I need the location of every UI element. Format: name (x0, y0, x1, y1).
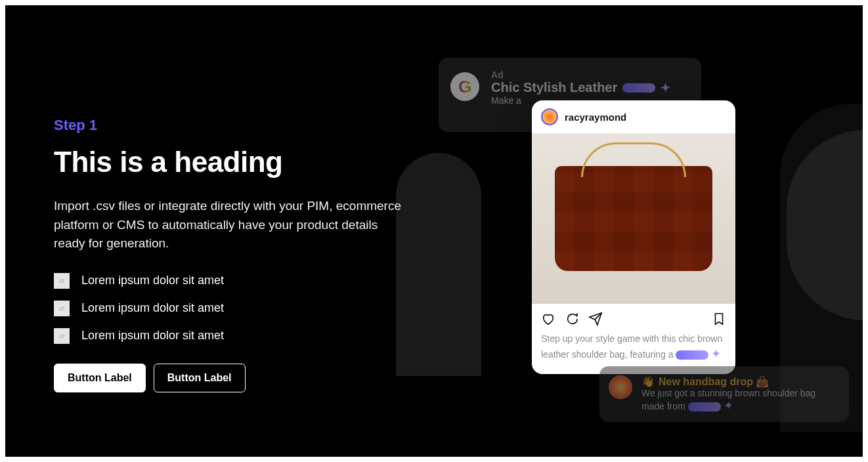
text-column: Step 1 This is a heading Import .csv fil… (54, 117, 408, 392)
post-header: racyraymond (532, 100, 735, 133)
feature-list: ▱ Lorem ipsum dolor sit amet ▱ Lorem ips… (54, 273, 408, 344)
chat-body: We just got a stunning brown shoulder ba… (641, 388, 838, 413)
post-actions (532, 304, 735, 330)
landing-section: Step 1 This is a heading Import .csv fil… (5, 5, 863, 457)
image-placeholder-icon: ▱ (54, 301, 70, 316)
chat-preview-card: 👋 New handbag drop 👜 We just got a stunn… (599, 366, 849, 422)
bookmark-icon[interactable] (712, 312, 726, 326)
ai-pill-icon (688, 402, 721, 411)
page-title: This is a heading (54, 146, 408, 178)
list-item: ▱ Lorem ipsum dolor sit amet (54, 328, 408, 344)
chat-title: 👋 New handbag drop 👜 (641, 375, 838, 388)
list-item: ▱ Lorem ipsum dolor sit amet (54, 301, 408, 316)
sparkle-icon: ✦ (724, 399, 733, 412)
sparkle-icon: ✦ (711, 347, 721, 360)
share-icon[interactable] (588, 312, 603, 326)
social-post-card: racyraymond Step up your style game with… (532, 100, 735, 374)
avatar (541, 108, 558, 125)
google-logo-icon: G (450, 72, 479, 101)
heart-icon[interactable] (541, 312, 555, 326)
description: Import .csv files or integrate directly … (54, 197, 402, 253)
ad-badge: Ad (491, 70, 688, 80)
image-placeholder-icon: ▱ (54, 328, 70, 344)
secondary-button[interactable]: Button Label (154, 364, 246, 392)
list-item-label: Lorem ipsum dolor sit amet (81, 301, 224, 315)
ai-pill-icon (676, 350, 708, 360)
primary-button[interactable]: Button Label (54, 364, 146, 392)
post-image (532, 133, 735, 304)
button-row: Button Label Button Label (54, 364, 408, 392)
image-placeholder-icon: ▱ (54, 273, 70, 289)
list-item-label: Lorem ipsum dolor sit amet (81, 274, 224, 287)
ad-title: Chic Stylish Leather (491, 80, 617, 95)
decorative-arch (396, 153, 481, 376)
avatar (609, 375, 632, 399)
username: racyraymond (565, 112, 626, 123)
sparkle-icon: ✦ (661, 81, 670, 95)
ai-pill-icon (622, 83, 655, 93)
list-item-label: Lorem ipsum dolor sit amet (81, 329, 224, 343)
list-item: ▱ Lorem ipsum dolor sit amet (54, 273, 408, 289)
handbag-illustration (555, 166, 712, 271)
step-label: Step 1 (54, 117, 408, 134)
comment-icon[interactable] (565, 312, 579, 326)
